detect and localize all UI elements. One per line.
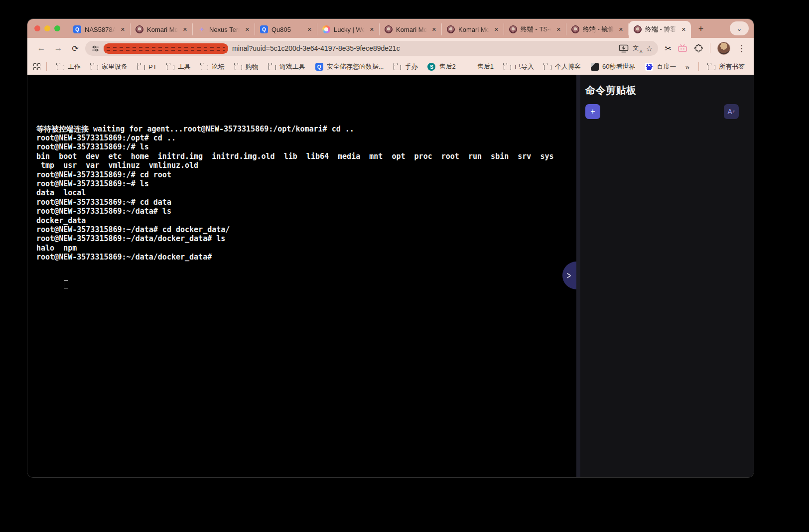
bookmark-label: PT [148,63,157,71]
folder-icon [708,65,715,70]
terminal-line: halo npm [36,244,576,253]
scissors-extension-icon[interactable]: ✂ [665,44,672,53]
new-tab-button[interactable]: + [694,22,708,36]
close-window-button[interactable] [34,25,40,31]
url-text[interactable]: minal?uuid=5c1c200d-3e64-4197-8e35-9fece… [232,44,615,52]
minimize-window-button[interactable] [44,25,50,31]
terminal-output[interactable]: 等待被控端连接 waiting for agent...root@NEW-357… [27,75,576,477]
browser-tab[interactable]: 终端 - 镜像 ✕ [566,23,629,35]
bookmark-label: 工作 [68,62,81,71]
tab-close-icon[interactable]: ✕ [244,25,251,34]
browser-tab[interactable]: Komari Mo ✕ [380,23,442,35]
forward-button[interactable]: → [51,41,65,55]
bookmark-item[interactable]: 游戏工具 [265,60,309,73]
bookmark-list: 工作 家里设备 PT 工具 论坛 购物 [53,60,678,73]
bookmark-item[interactable]: 已导入 [500,60,538,73]
bookmark-item[interactable]: 工具 [163,60,195,73]
bookmark-item[interactable]: 安全储存您的数据... [311,60,388,73]
bookmark-favicon-icon [57,65,64,70]
bookmark-favicon-icon [394,65,401,70]
browser-tab[interactable]: 终端 - TS-4 ✕ [504,23,566,35]
bookmark-item[interactable]: 售后2 [423,60,459,73]
sidebar-resize-handle[interactable] [576,75,580,477]
bookmark-favicon-icon [591,63,599,71]
install-app-icon[interactable] [619,44,629,53]
bookmark-label: 论坛 [212,62,225,71]
tab-favicon-icon [509,25,517,33]
bookmark-item[interactable]: 百度一下，你就知道 [641,60,678,73]
bookmark-item[interactable]: 购物 [231,60,263,73]
tab-close-icon[interactable]: ✕ [306,25,313,34]
browser-tab[interactable]: Qu805 ✕ [255,23,317,35]
bookmark-label: 售后2 [439,62,455,71]
tab-title: NAS5878A [85,26,116,33]
tab-search-button[interactable]: ⌄ [730,21,749,35]
bookmark-item[interactable]: 家里设备 [87,60,132,73]
font-setting-button[interactable]: AF [724,104,739,119]
tab-close-icon[interactable]: ✕ [369,25,375,34]
terminal-line: data local [36,188,576,197]
add-command-button[interactable]: + [585,104,600,119]
bookmark-item[interactable]: 个人博客 [540,60,585,73]
bookmark-item[interactable]: PT [134,61,161,73]
bookmark-label: 售后1 [477,62,494,71]
tab-favicon-icon [385,25,393,33]
tab-close-icon[interactable]: ✕ [555,25,562,34]
bookmark-item[interactable]: 售后1 [462,60,498,73]
browser-window: NAS5878A ✕ Komari Mo ✕ Nexus Terr ✕ Qu80… [27,19,754,477]
bookmark-favicon-icon [427,63,435,71]
tab-title: Komari Mo [396,26,427,33]
tab-close-icon[interactable]: ✕ [431,25,437,34]
bookmark-item[interactable]: 60秒看世界 [587,60,639,73]
page-content: 等待被控端连接 waiting for agent...root@NEW-357… [27,75,754,477]
bookmarks-overflow-chevron[interactable]: » [682,63,692,71]
command-clipboard-sidebar: 命令剪贴板 + AF [576,75,754,477]
tab-favicon-icon [447,25,455,33]
fullscreen-window-button[interactable] [54,25,60,31]
browser-tab[interactable]: Komari Mo ✕ [442,23,504,35]
terminal-line: root@NEW-3573315869:~# cd data [36,198,576,207]
bookmark-item[interactable]: 工作 [53,60,85,73]
back-button[interactable]: ← [34,41,48,55]
tab-title: Komari Mo [458,26,490,33]
tab-favicon-icon [135,25,143,33]
tab-close-icon[interactable]: ✕ [493,25,500,34]
all-bookmarks-button[interactable]: 所有书签 [705,60,748,73]
tab-close-icon[interactable]: ✕ [182,25,188,34]
bookmark-star-icon[interactable]: ☆ [646,44,653,53]
plus-icon: + [590,107,595,116]
toolbar-divider [710,43,710,53]
sidebar-panel: 命令剪贴板 + AF [580,75,754,477]
bookmark-label: 游戏工具 [279,62,305,71]
bookmark-item[interactable]: 论坛 [197,60,229,73]
browser-tab[interactable]: Lucky | We ✕ [317,23,380,35]
bookmark-favicon-icon [645,63,653,71]
bookmarks-bar: 工作 家里设备 PT 工具 论坛 购物 [27,59,754,75]
tab-close-icon[interactable]: ✕ [120,25,126,34]
sidebar-actions: + AF [585,104,739,119]
terminal-line: tmp usr var vmlinuz vmlinuz.old [36,161,576,170]
font-icon: A [727,108,732,116]
profile-avatar[interactable] [717,42,730,55]
bookmark-label: 家里设备 [102,62,128,71]
translate-icon[interactable]: 文A [633,44,642,53]
apps-grid-icon[interactable] [33,63,40,70]
reload-button[interactable]: ⟳ [68,41,82,55]
site-settings-icon[interactable] [91,44,100,53]
bookmark-label: 工具 [178,62,191,71]
terminal-line: root@NEW-3573315869:~/data# ls [36,207,576,216]
browser-tab[interactable]: NAS5878A ✕ [68,23,131,35]
extensions-puzzle-icon[interactable] [693,44,703,53]
browser-tab[interactable]: 终端 - 博客 ✕ [629,21,691,38]
bookmark-item[interactable]: 手办 [390,60,421,73]
browser-toolbar: ← → ⟳ minal?uuid=5c1c200d-3e64-4197-8e35… [27,38,754,59]
chrome-menu-icon[interactable]: ⋮ [736,43,747,54]
tab-close-icon[interactable]: ✕ [618,25,624,34]
bookmark-favicon-icon [315,63,323,71]
bilibili-extension-icon[interactable] [677,44,687,53]
terminal-line: root@NEW-3573315869:/opt# cd .. [36,133,576,142]
browser-tab[interactable]: Nexus Terr ✕ [193,23,255,35]
tab-close-icon[interactable]: ✕ [680,25,687,34]
browser-tab[interactable]: Komari Mo ✕ [131,23,193,35]
address-bar[interactable]: minal?uuid=5c1c200d-3e64-4197-8e35-9fece… [85,41,658,56]
